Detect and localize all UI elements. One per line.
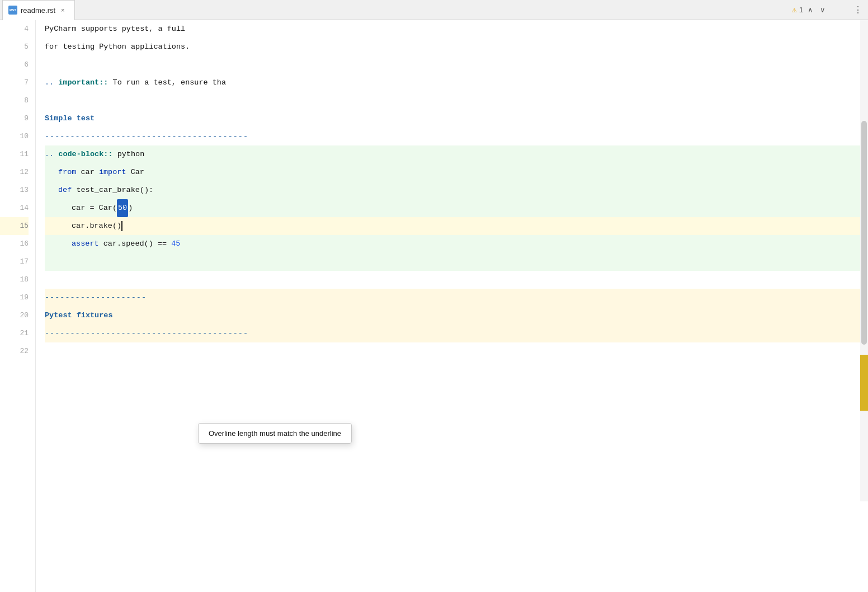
text-cursor — [121, 221, 122, 231]
code-line-14: car = Car(50) — [45, 199, 868, 217]
line-num-21: 21 — [0, 325, 29, 342]
code-line-13: def test_car_brake(): — [45, 181, 868, 199]
warning-next-button[interactable]: ∨ — [818, 4, 828, 15]
line-numbers: 4 5 6 7 8 9 10 11 12 13 14 15 16 17 18 1… — [0, 20, 36, 592]
tooltip: Overline length must match the underline — [198, 423, 352, 444]
code-line-9: Simple test — [45, 110, 868, 128]
line-num-20: 20 — [0, 307, 29, 325]
file-tab[interactable]: RST readme.rst × — [2, 0, 75, 20]
line-num-15: 15 — [0, 217, 29, 235]
line-num-8: 8 — [0, 92, 29, 110]
line-num-17: 17 — [0, 253, 29, 271]
line-num-4: 4 — [0, 20, 29, 38]
warning-prev-button[interactable]: ∧ — [805, 4, 815, 15]
line-num-11: 11 — [0, 145, 29, 163]
line-num-18: 18 — [0, 271, 29, 289]
editor-content[interactable]: PyCharm supports pytest, a full for test… — [36, 20, 868, 592]
line-num-19: 19 — [0, 289, 29, 307]
code-line-16: assert car.speed() == 45 — [45, 235, 868, 253]
code-line-22 — [45, 342, 868, 360]
scrollbar-warning-marker — [860, 355, 868, 411]
tab-menu-button[interactable]: ⋮ — [850, 2, 866, 18]
line-num-22: 22 — [0, 342, 29, 360]
code-line-17 — [45, 253, 868, 271]
line-num-14: 14 — [0, 199, 29, 217]
code-line-20: Pytest fixtures — [45, 307, 868, 325]
code-line-6 — [45, 56, 868, 74]
code-line-7: .. important:: To run a test, ensure tha — [45, 74, 868, 92]
code-line-19: -------------------- — [45, 289, 868, 307]
rst-file-icon: RST — [8, 6, 17, 15]
code-line-5: for testing Python applications. — [45, 38, 868, 56]
editor-window: RST readme.rst × ⚠ 1 ∧ ∨ ⋮ 4 5 6 7 8 9 1… — [0, 0, 868, 592]
line-num-10: 10 — [0, 128, 29, 145]
line-num-12: 12 — [0, 163, 29, 181]
code-line-10: ---------------------------------------- — [45, 128, 868, 145]
editor-body: 4 5 6 7 8 9 10 11 12 13 14 15 16 17 18 1… — [0, 20, 868, 592]
line-num-5: 5 — [0, 38, 29, 56]
scrollbar-thumb[interactable] — [861, 121, 867, 345]
warning-count: 1 — [799, 6, 803, 14]
code-line-21: ---------------------------------------- — [45, 325, 868, 342]
code-line-11: .. code-block:: python — [45, 145, 868, 163]
tab-bar: RST readme.rst × ⚠ 1 ∧ ∨ ⋮ — [0, 0, 868, 20]
code-line-4: PyCharm supports pytest, a full — [45, 20, 868, 38]
code-line-12: from car import Car — [45, 163, 868, 181]
tab-filename: readme.rst — [21, 6, 55, 15]
tooltip-text: Overline length must match the underline — [209, 429, 341, 438]
tab-close-button[interactable]: × — [59, 6, 67, 14]
line-num-9: 9 — [0, 110, 29, 128]
code-area: PyCharm supports pytest, a full for test… — [36, 20, 868, 360]
line-num-6: 6 — [0, 56, 29, 74]
code-line-18 — [45, 271, 868, 289]
code-line-15: car.brake() — [45, 217, 868, 235]
line-num-7: 7 — [0, 74, 29, 92]
line-num-16: 16 — [0, 235, 29, 253]
code-line-8 — [45, 92, 868, 110]
line-num-13: 13 — [0, 181, 29, 199]
warning-icon: ⚠ — [792, 4, 797, 15]
vertical-scrollbar[interactable] — [860, 20, 868, 501]
